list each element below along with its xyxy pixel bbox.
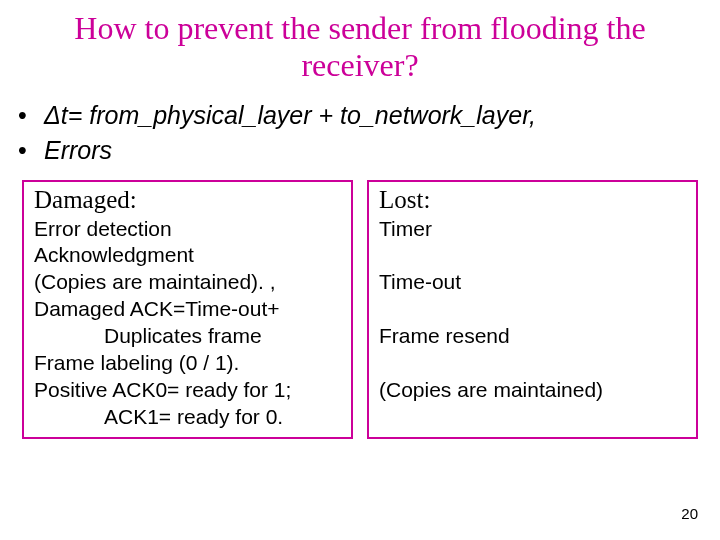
lost-heading: Lost:: [379, 186, 686, 214]
bullet-dot: •: [18, 133, 44, 168]
bullet-text: Errors: [44, 133, 112, 168]
damaged-body: Error detection Acknowledgment (Copies a…: [34, 216, 341, 431]
lost-box: Lost: Timer Time-out Frame resend (Copie…: [367, 180, 698, 439]
bullet-item: • Δt= from_physical_layer + to_network_l…: [18, 98, 706, 133]
bullet-dot: •: [18, 98, 44, 133]
bullet-list: • Δt= from_physical_layer + to_network_l…: [18, 98, 706, 168]
damaged-heading: Damaged:: [34, 186, 341, 214]
slide-title: How to prevent the sender from flooding …: [54, 10, 666, 84]
boxes-row: Damaged: Error detection Acknowledgment …: [14, 180, 706, 439]
damaged-box: Damaged: Error detection Acknowledgment …: [22, 180, 353, 439]
lost-body: Timer Time-out Frame resend (Copies are …: [379, 216, 686, 404]
bullet-text: Δt= from_physical_layer + to_network_lay…: [44, 98, 536, 133]
page-number: 20: [681, 505, 698, 522]
bullet-item: • Errors: [18, 133, 706, 168]
